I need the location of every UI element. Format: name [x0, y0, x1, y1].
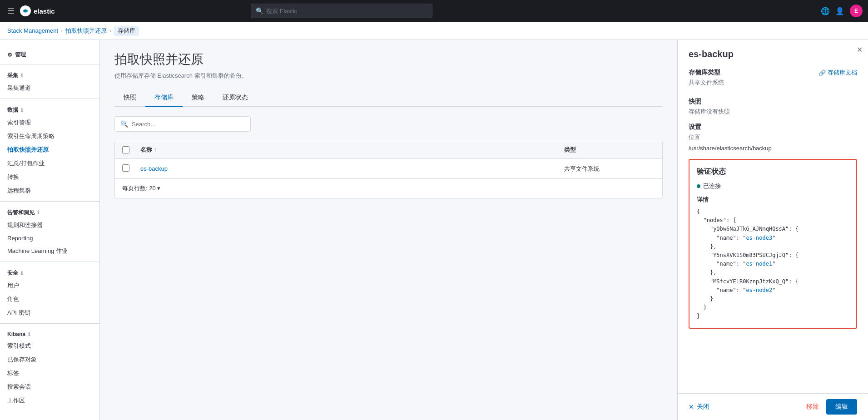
row-type-cell: 共享文件系统	[564, 165, 655, 173]
sidebar-item-rules-connectors[interactable]: 规则和连接器	[0, 218, 99, 232]
close-panel-button[interactable]: ✕ 关闭	[689, 403, 709, 411]
detail-snapshots-value: 存储库没有快照	[689, 108, 857, 116]
globe-icon[interactable]: 🌐	[821, 7, 830, 15]
gear-icon: ⚙	[7, 52, 12, 58]
info-icon-collect: ℹ	[21, 73, 23, 79]
delete-button[interactable]: 移除	[806, 403, 819, 411]
detail-position-label: 位置	[689, 133, 857, 141]
row-checkbox-cell	[122, 164, 140, 173]
info-icon-alerts: ℹ	[37, 210, 39, 216]
row-checkbox[interactable]	[122, 164, 129, 172]
search-icon: 🔍	[120, 120, 128, 128]
detail-repo-type-group: 存储库类型 共享文件系统	[689, 69, 724, 90]
table-header: 名称 ↑ 类型	[115, 141, 662, 159]
page-subtitle: 使用存储库存储 Elasticsearch 索引和集群的备份。	[114, 72, 663, 80]
sidebar-divider-2	[0, 99, 99, 99]
detail-close-button[interactable]: ✕	[857, 45, 863, 54]
detail-footer: ✕ 关闭 移除 编辑	[678, 393, 868, 420]
top-navigation: ☰ elastic 🔍 🌐 👤 E	[0, 0, 868, 22]
sidebar-item-index-management[interactable]: 索引管理	[0, 116, 99, 129]
sidebar-item-rollup[interactable]: 汇总/打包作业	[0, 157, 99, 170]
sidebar-item-api-keys[interactable]: API 密钥	[0, 306, 99, 320]
json-details: { "nodes": { "yQbw6NaJTkG_AJNmqHQssA": {…	[697, 208, 849, 321]
detail-position-value: /usr/share/elasticsearch/backup	[689, 145, 857, 152]
sidebar-divider-5	[0, 323, 99, 324]
sidebar-section-collect: 采集 ℹ	[0, 68, 99, 81]
page-inner: 拍取快照并还原 使用存储库存储 Elasticsearch 索引和集群的备份。 …	[100, 40, 677, 209]
close-icon: ✕	[689, 403, 694, 410]
edit-button[interactable]: 编辑	[826, 399, 857, 415]
sidebar-item-spaces[interactable]: 工作区	[0, 394, 99, 407]
tab-snapshots[interactable]: 快照	[114, 89, 145, 107]
breadcrumb-snapshots[interactable]: 拍取快照并还原	[65, 27, 107, 35]
nav-right-actions: 🌐 👤 E	[821, 5, 863, 17]
sidebar-section-data: 数据 ℹ	[0, 103, 99, 116]
sidebar-item-remote-clusters[interactable]: 远程集群	[0, 184, 99, 198]
sidebar-item-roles[interactable]: 角色	[0, 292, 99, 306]
breadcrumb: Stack Management › 拍取快照并还原 › 存储库	[0, 22, 868, 40]
sidebar-item-transform[interactable]: 转换	[0, 170, 99, 184]
repository-link[interactable]: es-backup	[140, 165, 168, 172]
table-search-input[interactable]	[132, 121, 245, 128]
select-all-checkbox[interactable]	[122, 146, 129, 153]
verification-status-box: 验证状态 已连接 详情 { "nodes": { "yQbw6NaJTkG_AJ…	[689, 159, 857, 329]
info-icon-data: ℹ	[21, 107, 23, 113]
breadcrumb-sep-1: ›	[61, 28, 63, 34]
app-name-label: elastic	[34, 7, 55, 15]
breadcrumb-stack-management[interactable]: Stack Management	[7, 27, 58, 34]
sidebar-item-index-patterns[interactable]: 索引模式	[0, 339, 99, 353]
detail-footer-actions: 移除 编辑	[806, 399, 857, 415]
sidebar-item-search-sessions[interactable]: 搜索会话	[0, 380, 99, 394]
tab-restore-status[interactable]: 还原状态	[213, 89, 257, 107]
details-label: 详情	[697, 196, 849, 204]
user-icon[interactable]: 👤	[835, 7, 844, 15]
external-link-icon: 🔗	[818, 69, 826, 76]
sidebar: ⚙ 管理 采集 ℹ 采集通道 数据 ℹ 索引管理 索引生命周期策略 拍取快照并还…	[0, 40, 100, 420]
search-input[interactable]	[266, 8, 427, 15]
table-header-type: 类型	[564, 146, 655, 154]
avatar[interactable]: E	[850, 5, 863, 17]
detail-repo-type-row: 存储库类型 共享文件系统 🔗 存储库文档	[689, 69, 857, 90]
repositories-table: 名称 ↑ 类型 es-backup 共享文件系统	[114, 141, 663, 198]
sidebar-item-tags[interactable]: 标签	[0, 366, 99, 380]
page-title: 拍取快照并还原	[114, 51, 663, 68]
table-row: es-backup 共享文件系统	[115, 159, 662, 179]
hamburger-menu-button[interactable]: ☰	[5, 4, 16, 18]
sidebar-item-snapshot-restore[interactable]: 拍取快照并还原	[0, 143, 99, 157]
page-tabs: 快照 存储库 策略 还原状态	[114, 89, 663, 107]
detail-repo-type-value: 共享文件系统	[689, 79, 724, 87]
detail-panel: ✕ es-backup 存储库类型 共享文件系统 🔗 存储库文档 快照 存储库没…	[677, 40, 868, 420]
sidebar-item-users[interactable]: 用户	[0, 279, 99, 292]
global-search-bar[interactable]: 🔍	[251, 4, 432, 18]
main-content: 拍取快照并还原 使用存储库存储 Elasticsearch 索引和集群的备份。 …	[100, 40, 677, 420]
tab-policies[interactable]: 策略	[183, 89, 213, 107]
app-layout: ⚙ 管理 采集 ℹ 采集通道 数据 ℹ 索引管理 索引生命周期策略 拍取快照并还…	[0, 40, 868, 420]
sidebar-item-ml-jobs[interactable]: Machine Learning 作业	[0, 244, 99, 258]
info-icon-security: ℹ	[21, 270, 23, 276]
breadcrumb-repositories: 存储库	[114, 26, 139, 36]
detail-inner: ✕ es-backup 存储库类型 共享文件系统 🔗 存储库文档 快照 存储库没…	[678, 40, 868, 393]
sidebar-item-ingest-pipelines[interactable]: 采集通道	[0, 81, 99, 95]
sidebar-section-security: 安全 ℹ	[0, 266, 99, 279]
search-icon: 🔍	[256, 7, 263, 15]
status-connected: 已连接	[697, 182, 849, 190]
sidebar-divider-1	[0, 64, 99, 64]
detail-snapshots-label: 快照	[689, 98, 857, 106]
info-icon-kibana: ℹ	[28, 331, 30, 337]
search-bar[interactable]: 🔍	[114, 116, 251, 132]
detail-repo-type-label: 存储库类型	[689, 69, 724, 77]
table-header-name[interactable]: 名称 ↑	[140, 146, 564, 154]
pagination: 每页行数: 20 ▾	[115, 179, 662, 198]
sidebar-section-alerts: 告警和洞见 ℹ	[0, 205, 99, 218]
sidebar-item-ilm[interactable]: 索引生命周期策略	[0, 129, 99, 143]
sidebar-item-saved-objects[interactable]: 已保存对象	[0, 353, 99, 366]
tab-repositories[interactable]: 存储库	[145, 89, 183, 107]
repo-docs-link[interactable]: 🔗 存储库文档	[818, 69, 857, 77]
elastic-icon	[20, 5, 31, 16]
sidebar-item-reporting[interactable]: Reporting	[0, 232, 99, 244]
sidebar-divider-4	[0, 262, 99, 262]
status-label: 已连接	[703, 182, 721, 190]
connected-dot	[697, 184, 700, 188]
app-logo: elastic	[20, 5, 55, 16]
row-name-cell: es-backup	[140, 165, 564, 172]
